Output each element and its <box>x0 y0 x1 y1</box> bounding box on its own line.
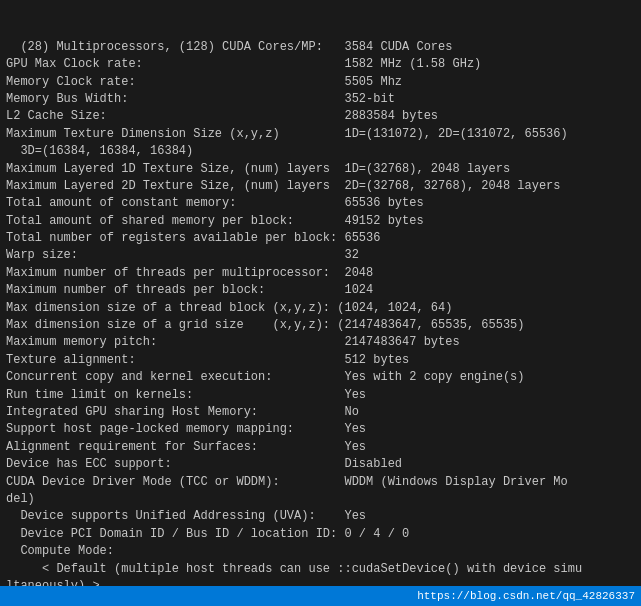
terminal-output: (28) Multiprocessors, (128) CUDA Cores/M… <box>6 4 635 606</box>
terminal-line: Compute Mode: <box>6 543 635 560</box>
terminal-line: Device supports Unified Addressing (UVA)… <box>6 508 635 525</box>
status-bar: https://blog.csdn.net/qq_42826337 <box>0 586 641 606</box>
terminal-line: Warp size: 32 <box>6 247 635 264</box>
terminal-line: Device PCI Domain ID / Bus ID / location… <box>6 526 635 543</box>
terminal-line: Maximum Texture Dimension Size (x,y,z) 1… <box>6 126 635 143</box>
terminal-line: Memory Clock rate: 5505 Mhz <box>6 74 635 91</box>
terminal-line: Maximum memory pitch: 2147483647 bytes <box>6 334 635 351</box>
terminal-line: L2 Cache Size: 2883584 bytes <box>6 108 635 125</box>
terminal-line: Maximum number of threads per multiproce… <box>6 265 635 282</box>
terminal-line: GPU Max Clock rate: 1582 MHz (1.58 GHz) <box>6 56 635 73</box>
terminal-line: Max dimension size of a grid size (x,y,z… <box>6 317 635 334</box>
terminal-line: Max dimension size of a thread block (x,… <box>6 300 635 317</box>
terminal-line: Maximum Layered 1D Texture Size, (num) l… <box>6 161 635 178</box>
terminal-line: (28) Multiprocessors, (128) CUDA Cores/M… <box>6 39 635 56</box>
terminal-line: Memory Bus Width: 352-bit <box>6 91 635 108</box>
terminal-window: (28) Multiprocessors, (128) CUDA Cores/M… <box>0 0 641 606</box>
terminal-line: 3D=(16384, 16384, 16384) <box>6 143 635 160</box>
terminal-line: < Default (multiple host threads can use… <box>6 561 635 578</box>
terminal-line: Total amount of shared memory per block:… <box>6 213 635 230</box>
terminal-line: Run time limit on kernels: Yes <box>6 387 635 404</box>
terminal-line: Maximum number of threads per block: 102… <box>6 282 635 299</box>
terminal-line: del) <box>6 491 635 508</box>
url-label: https://blog.csdn.net/qq_42826337 <box>417 590 635 602</box>
terminal-line: Support host page-locked memory mapping:… <box>6 421 635 438</box>
terminal-line: Total amount of constant memory: 65536 b… <box>6 195 635 212</box>
terminal-line: Device has ECC support: Disabled <box>6 456 635 473</box>
terminal-line: CUDA Device Driver Mode (TCC or WDDM): W… <box>6 474 635 491</box>
terminal-line: Maximum Layered 2D Texture Size, (num) l… <box>6 178 635 195</box>
terminal-line: Integrated GPU sharing Host Memory: No <box>6 404 635 421</box>
terminal-line: Total number of registers available per … <box>6 230 635 247</box>
terminal-line: Concurrent copy and kernel execution: Ye… <box>6 369 635 386</box>
terminal-line: Alignment requirement for Surfaces: Yes <box>6 439 635 456</box>
terminal-line: Texture alignment: 512 bytes <box>6 352 635 369</box>
